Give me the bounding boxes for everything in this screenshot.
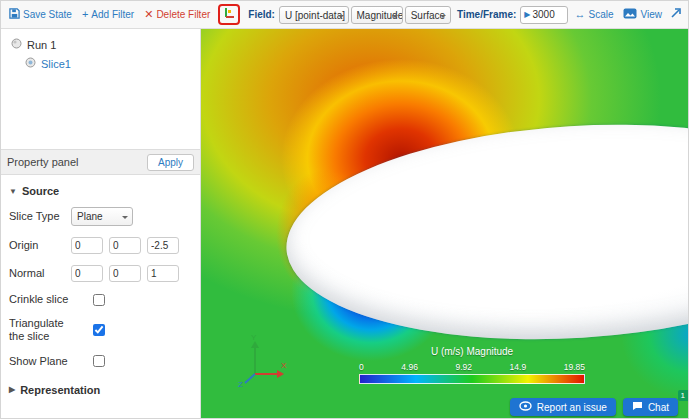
slice-type-label: Slice Type (9, 210, 71, 223)
legend-ticks: 0 4.96 9.92 14.9 19.85 (359, 362, 585, 372)
chat-label: Chat (648, 402, 669, 413)
app-window: Save State + Add Filter ✕ Delete Filter … (0, 0, 689, 419)
component-select[interactable]: Magnitude (351, 6, 403, 24)
cfd-wake-region (621, 269, 688, 399)
legend-tick: 4.96 (401, 362, 418, 372)
property-panel-title: Property panel (7, 156, 79, 168)
report-icon (519, 401, 532, 413)
field-label: Field: (248, 9, 275, 20)
render-viewport[interactable]: U (m/s) Magnitude 0 4.96 9.92 14.9 19.85 (201, 29, 688, 418)
pipeline-item-slice1[interactable]: Slice1 (7, 54, 194, 73)
view-label: View (640, 9, 662, 20)
main-area: Run 1 Slice1 Property panel Apply ▼ Sour… (1, 29, 688, 418)
notification-badge[interactable]: 1 (678, 390, 688, 401)
show-plane-label: Show Plane (9, 355, 71, 368)
image-icon (623, 8, 637, 21)
cfd-hot-region (201, 29, 661, 319)
expand-icon (670, 7, 682, 22)
origin-row: Origin (9, 237, 192, 254)
source-section-header[interactable]: ▼ Source (9, 185, 192, 197)
save-icon (9, 8, 20, 21)
pipeline-node-icon (11, 38, 22, 51)
source-section-label: Source (22, 185, 59, 197)
crinkle-slice-checkbox[interactable] (93, 294, 105, 306)
normal-row: Normal (9, 265, 192, 282)
expand-button[interactable] (668, 6, 684, 23)
normal-input-y[interactable] (109, 265, 141, 282)
delete-filter-button[interactable]: ✕ Delete Filter (140, 7, 214, 22)
axes-triad: Y X Z (233, 332, 289, 392)
airfoil-body (280, 108, 688, 355)
cfd-stagnation-region (276, 169, 376, 299)
arrows-horizontal-icon: ↔ (574, 9, 585, 20)
apply-button[interactable]: Apply (147, 154, 194, 171)
caret-right-icon: ▶ (9, 385, 15, 394)
pipeline-panel: Run 1 Slice1 (1, 29, 200, 149)
origin-input-z[interactable] (147, 237, 179, 254)
scale-button[interactable]: ↔ Scale (570, 7, 617, 22)
axes-icon (223, 7, 235, 22)
add-filter-button[interactable]: + Add Filter (78, 7, 138, 22)
save-state-label: Save State (23, 9, 72, 20)
origin-input-x[interactable] (71, 237, 103, 254)
floating-buttons: Report an issue Chat (510, 398, 678, 416)
delete-filter-label: Delete Filter (156, 9, 210, 20)
triangulate-checkbox[interactable] (93, 324, 105, 336)
pipeline-item-label: Run 1 (27, 39, 56, 51)
axis-x-label: X (281, 361, 287, 370)
legend-tick: 19.85 (564, 362, 585, 372)
view-button[interactable]: View (619, 6, 666, 23)
slice-type-row: Slice Type Plane (9, 207, 192, 226)
slice-type-select[interactable]: Plane (71, 207, 133, 226)
pipeline-item-run1[interactable]: Run 1 (7, 35, 194, 54)
cfd-hot-core (281, 59, 521, 259)
triangulate-row: Triangulate the slice (9, 317, 192, 343)
annotation-highlight (218, 4, 240, 25)
representation-select[interactable]: Surface (405, 6, 451, 24)
report-issue-label: Report an issue (537, 402, 607, 413)
property-panel-header: Property panel Apply (1, 149, 200, 175)
legend-tick: 0 (359, 362, 364, 372)
plus-icon: + (82, 9, 88, 20)
pipeline-item-label: Slice1 (41, 58, 71, 70)
show-plane-row: Show Plane (9, 355, 192, 368)
chat-icon (632, 401, 643, 413)
show-plane-checkbox[interactable] (93, 355, 105, 367)
triangulate-label: Triangulate the slice (9, 317, 71, 343)
normal-input-x[interactable] (71, 265, 103, 282)
time-frame-group: ▶ (520, 6, 568, 24)
field-select[interactable]: U [point-data] (279, 6, 349, 24)
crinkle-slice-row: Crinkle slice (9, 293, 192, 306)
time-frame-input[interactable] (532, 9, 564, 20)
time-frame-label: Time/Frame: (457, 9, 516, 20)
chat-button[interactable]: Chat (623, 398, 678, 416)
crinkle-slice-label: Crinkle slice (9, 293, 71, 306)
normal-input-z[interactable] (147, 265, 179, 282)
property-panel-body: ▼ Source Slice Type Plane Origin Normal (1, 175, 200, 418)
origin-label: Origin (9, 239, 71, 252)
play-icon[interactable]: ▶ (524, 10, 530, 19)
save-state-button[interactable]: Save State (5, 6, 76, 23)
normal-label: Normal (9, 267, 71, 280)
caret-down-icon: ▼ (9, 187, 17, 196)
legend-title: U (m/s) Magnitude (359, 346, 585, 357)
toolbar: Save State + Add Filter ✕ Delete Filter … (1, 1, 688, 29)
cfd-cool-region (291, 221, 451, 361)
color-legend: U (m/s) Magnitude 0 4.96 9.92 14.9 19.85 (359, 346, 585, 384)
axis-z-label: Z (238, 380, 243, 388)
x-icon: ✕ (144, 9, 153, 20)
representation-section-label: Representation (20, 384, 100, 396)
origin-input-y[interactable] (109, 237, 141, 254)
add-filter-label: Add Filter (91, 9, 134, 20)
scalar-bar-toggle-button[interactable] (221, 6, 237, 23)
report-issue-button[interactable]: Report an issue (510, 398, 616, 416)
axis-y-label: Y (251, 333, 257, 342)
pipeline-node-icon (25, 57, 36, 70)
legend-tick: 9.92 (455, 362, 472, 372)
legend-tick: 14.9 (510, 362, 527, 372)
legend-color-bar (359, 374, 585, 384)
sidebar: Run 1 Slice1 Property panel Apply ▼ Sour… (1, 29, 201, 418)
scale-label: Scale (588, 9, 613, 20)
representation-section-header[interactable]: ▶ Representation (9, 384, 192, 396)
